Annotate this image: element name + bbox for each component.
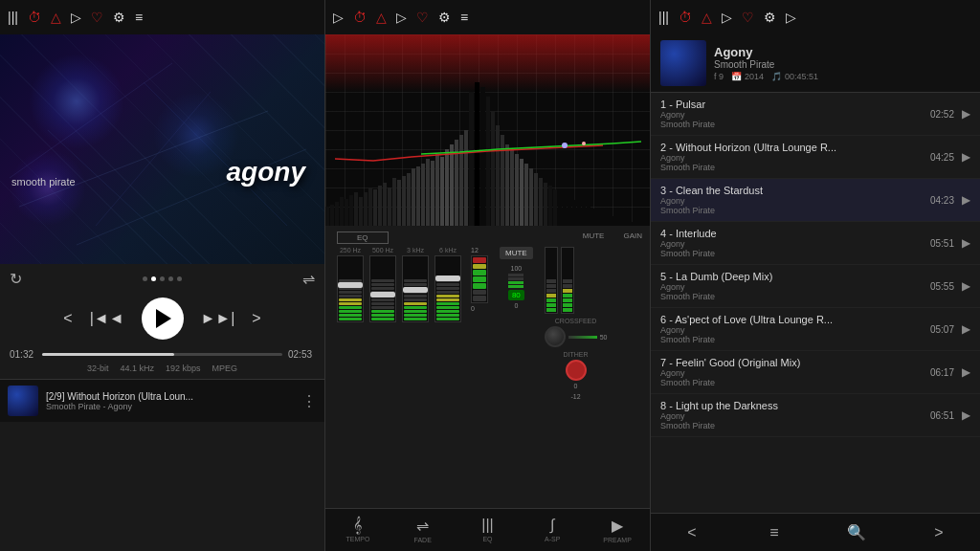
delta-icon-3[interactable]: △ — [702, 10, 712, 25]
asp-button[interactable]: ∫ A-SP — [520, 513, 585, 547]
timer-icon[interactable]: ⏱ — [28, 10, 41, 25]
track-duration: 04:25 — [930, 152, 954, 163]
audio-rate: 44.1 kHz — [120, 364, 154, 373]
nav-search-button[interactable]: 🔍 — [815, 518, 898, 547]
rv-seg — [546, 279, 556, 283]
fade-button[interactable]: ⇌ FADE — [390, 513, 456, 547]
track-menu-button[interactable]: ⋮ — [301, 392, 317, 410]
track-item[interactable]: 1 - Pulsar AgonySmooth Pirate 02:52 ▶ — [651, 93, 980, 136]
preamp-icon: ▶ — [612, 517, 623, 535]
audio-bitrate: 192 kbps — [166, 364, 201, 373]
dither-button[interactable] — [566, 360, 587, 381]
menu-icon[interactable]: ≡ — [135, 10, 143, 25]
track-play-button[interactable]: ▶ — [962, 365, 970, 379]
track-info: 1 - Pulsar AgonySmooth Pirate — [660, 99, 930, 129]
crossfeed-knob[interactable] — [545, 326, 566, 347]
timer-icon-3[interactable]: ⏱ — [679, 10, 692, 25]
eq-fader-250hz[interactable] — [337, 255, 364, 322]
heart-icon-2[interactable]: ♡ — [416, 10, 429, 25]
svg-rect-8 — [335, 202, 339, 226]
svg-point-70 — [562, 143, 568, 148]
album-tags: f 9 📅 2014 🎵 00:45:51 — [714, 72, 970, 81]
eq-handle-500hz[interactable] — [370, 292, 395, 298]
gear-icon-3[interactable]: ⚙ — [764, 10, 776, 25]
svg-rect-32 — [450, 144, 454, 226]
transport-buttons: < |◄◄ ►►| > — [10, 292, 315, 345]
track-item[interactable]: 2 - Without Horizon (Ultra Lounge R... A… — [651, 136, 980, 179]
heart-icon-3[interactable]: ♡ — [742, 10, 754, 25]
svg-rect-35 — [464, 130, 468, 226]
eq-icon-3[interactable]: ||| — [658, 10, 669, 25]
eq-seg — [436, 318, 459, 320]
delta-icon-2[interactable]: △ — [376, 10, 387, 25]
next-button[interactable]: > — [252, 310, 260, 327]
vu-scale: 12 0 — [471, 247, 488, 312]
progress-bar[interactable] — [42, 353, 282, 356]
track-play-button[interactable]: ▶ — [962, 193, 970, 207]
track-item[interactable]: 3 - Clean the Stardust AgonySmooth Pirat… — [651, 179, 980, 222]
track-item[interactable]: 5 - La Dumb (Deep Mix) AgonySmooth Pirat… — [651, 265, 980, 308]
svg-rect-66 — [615, 218, 619, 226]
eq-seg — [436, 291, 459, 294]
eq-handle-6khz[interactable] — [435, 276, 460, 281]
eq-fader-500hz[interactable] — [369, 255, 396, 322]
rv-seg — [563, 289, 572, 293]
track-play-button[interactable]: ▶ — [962, 322, 970, 336]
album-artist-label: smooth pirate — [11, 176, 76, 187]
eq-handle-250hz[interactable] — [338, 282, 363, 288]
track-item[interactable]: 4 - Interlude AgonySmooth Pirate 05:51 ▶ — [651, 222, 980, 265]
eq-handle-3khz[interactable] — [403, 287, 428, 293]
menu-icon-2[interactable]: ≡ — [460, 10, 468, 25]
eq-icon[interactable]: ||| — [8, 10, 18, 25]
nav-prev-button[interactable]: < — [651, 518, 733, 547]
preamp-button[interactable]: ▶ PREAMP — [585, 513, 650, 547]
svg-rect-18 — [383, 183, 387, 226]
shuffle-icon[interactable]: ⇌ — [302, 270, 315, 288]
nav-list-button[interactable]: ≡ — [733, 518, 815, 547]
play-icon[interactable]: ▷ — [71, 10, 81, 25]
preamp-label: PREAMP — [603, 537, 632, 543]
mute-button[interactable]: MUTE — [500, 247, 533, 259]
heart-icon[interactable]: ♡ — [91, 10, 103, 25]
play-outline-icon-3[interactable]: ▷ — [786, 10, 796, 25]
svg-rect-30 — [440, 157, 444, 226]
time-current: 01:32 — [10, 349, 36, 360]
fast-forward-button[interactable]: ►►| — [201, 310, 235, 327]
rewind-button[interactable]: |◄◄ — [90, 310, 124, 327]
album-duration-tag: 🎵 00:45:51 — [771, 72, 818, 81]
play-icon-3[interactable]: ▷ — [722, 10, 732, 25]
track-item[interactable]: 7 - Feelin' Good (Original Mix) AgonySmo… — [651, 351, 980, 394]
track-play-button[interactable]: ▶ — [962, 150, 970, 164]
svg-rect-22 — [402, 176, 406, 226]
track-info: 2 - Without Horizon (Ultra Lounge R... A… — [660, 142, 930, 172]
track-play-button[interactable]: ▶ — [962, 408, 970, 422]
svg-rect-14 — [364, 192, 368, 226]
eq-seg — [436, 306, 459, 309]
gain-label: GAIN — [623, 231, 642, 244]
rv-seg — [546, 303, 556, 307]
svg-rect-52 — [548, 186, 552, 226]
play-outline-icon[interactable]: ▷ — [333, 10, 344, 25]
gear-icon-2[interactable]: ⚙ — [438, 10, 451, 25]
eq-band-500hz: 500 Hz — [369, 247, 396, 322]
delta-icon[interactable]: △ — [51, 10, 61, 25]
play-icon-2[interactable]: ▷ — [396, 10, 407, 25]
tempo-button[interactable]: 𝄞 TEMPO — [325, 513, 390, 547]
previous-button[interactable]: < — [63, 310, 72, 327]
eq-button[interactable]: ||| EQ — [456, 513, 521, 547]
eq-seg — [371, 302, 394, 305]
track-artist: AgonySmooth Pirate — [660, 110, 930, 129]
eq-fader-6khz[interactable] — [434, 255, 461, 322]
timer-icon-2[interactable]: ⏱ — [353, 10, 367, 25]
play-button[interactable] — [142, 298, 184, 340]
gear-icon[interactable]: ⚙ — [113, 10, 125, 25]
track-item[interactable]: 8 - Light up the Darkness AgonySmooth Pi… — [651, 394, 980, 437]
track-play-button[interactable]: ▶ — [962, 236, 970, 250]
track-item[interactable]: 6 - As'pect of Love (Ultra Lounge R... A… — [651, 308, 980, 351]
repeat-icon[interactable]: ↻ — [10, 270, 22, 288]
eq-fader-3khz[interactable] — [402, 255, 429, 322]
track-play-button[interactable]: ▶ — [962, 107, 970, 121]
svg-rect-27 — [426, 159, 430, 226]
nav-next-button[interactable]: > — [898, 518, 980, 547]
track-play-button[interactable]: ▶ — [962, 279, 970, 293]
